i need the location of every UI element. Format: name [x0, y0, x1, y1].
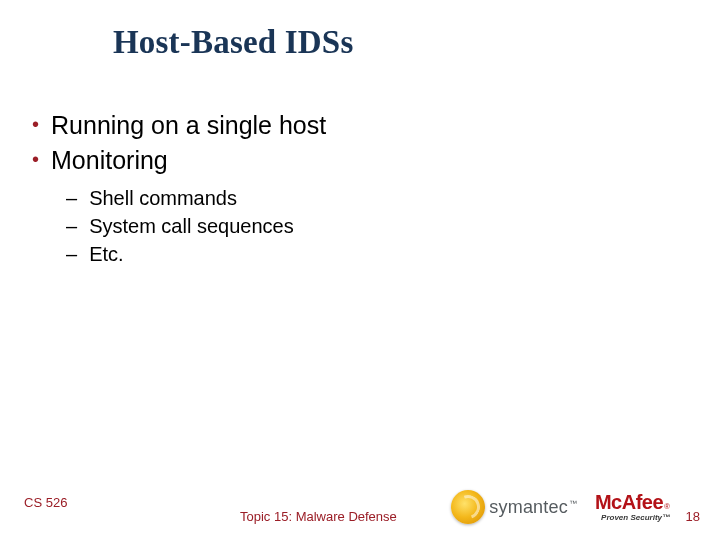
sub-bullet-text: Etc.	[89, 240, 123, 268]
sub-bullet-list: – Shell commands – System call sequences…	[66, 184, 692, 268]
slide-footer: CS 526 Topic 15: Malware Defense symante…	[0, 480, 720, 524]
sub-bullet-item: – Shell commands	[66, 184, 692, 212]
symantec-wordmark: symantec™	[489, 497, 577, 518]
mcafee-wordmark: McAfee®	[595, 492, 670, 512]
trademark-icon: ™	[569, 499, 577, 508]
symantec-swirl-icon	[451, 490, 485, 524]
sub-bullet-text: System call sequences	[89, 212, 294, 240]
symantec-text: symantec	[489, 497, 568, 517]
bullet-item: • Running on a single host	[28, 109, 692, 142]
bullet-text: Monitoring	[51, 144, 168, 177]
bullet-text: Running on a single host	[51, 109, 326, 142]
topic-label: Topic 15: Malware Defense	[240, 509, 397, 524]
registered-icon: ®	[664, 503, 670, 511]
dash-icon: –	[66, 184, 77, 212]
symantec-logo: symantec™	[451, 490, 577, 524]
logo-row: symantec™ McAfee® Proven Security™	[451, 490, 670, 524]
mcafee-logo: McAfee® Proven Security™	[595, 492, 670, 522]
mcafee-tagline: Proven Security™	[601, 514, 670, 522]
bullet-dot-icon: •	[32, 109, 39, 139]
bullet-item: • Monitoring	[28, 144, 692, 177]
mcafee-text: McAfee	[595, 492, 663, 512]
slide-title: Host-Based IDSs	[113, 24, 692, 61]
slide-content: • Running on a single host • Monitoring …	[28, 109, 692, 268]
slide-number: 18	[686, 509, 700, 524]
dash-icon: –	[66, 212, 77, 240]
sub-bullet-item: – System call sequences	[66, 212, 692, 240]
sub-bullet-item: – Etc.	[66, 240, 692, 268]
dash-icon: –	[66, 240, 77, 268]
course-code: CS 526	[24, 495, 67, 510]
slide: Host-Based IDSs • Running on a single ho…	[0, 0, 720, 540]
sub-bullet-text: Shell commands	[89, 184, 237, 212]
bullet-dot-icon: •	[32, 144, 39, 174]
